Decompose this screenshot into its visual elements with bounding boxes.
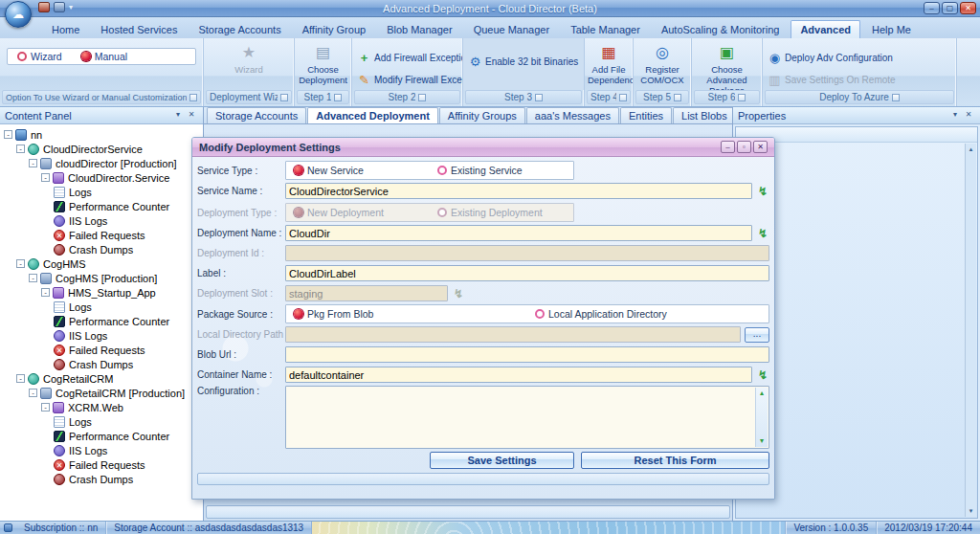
ribbon-option-manual[interactable]: Manual bbox=[81, 51, 127, 62]
ribbon-tab-hosted-services[interactable]: Hosted Services bbox=[91, 20, 187, 38]
scroll-up-icon[interactable]: ▴ bbox=[756, 388, 768, 399]
dialog-minimize-button[interactable]: – bbox=[721, 141, 735, 153]
enable-32-bit-binaries-button[interactable]: ⚙Enable 32 bit Binaries bbox=[466, 52, 580, 72]
tree-expander-icon[interactable]: - bbox=[29, 159, 37, 167]
tree-item-nn[interactable]: -nn bbox=[0, 127, 203, 142]
tree-item-clouddirectorservice[interactable]: -CloudDirectorService bbox=[0, 142, 203, 156]
tree-item-failed-requests[interactable]: ✕Failed Requests bbox=[0, 343, 203, 357]
document-tab-entities[interactable]: Entities bbox=[620, 107, 672, 123]
add-firewall-exception-button[interactable]: +Add Firewall Exception bbox=[355, 48, 462, 68]
tree-item-coghms[interactable]: -CogHMS bbox=[0, 256, 203, 271]
scroll-down-icon[interactable]: ▾ bbox=[966, 505, 976, 517]
textarea-scrollbar[interactable]: ▴▾ bbox=[755, 388, 768, 447]
browse-button[interactable]: ... bbox=[745, 327, 769, 343]
close-button[interactable]: ✕ bbox=[960, 2, 976, 14]
container-name-input[interactable] bbox=[285, 367, 752, 383]
maximize-button[interactable]: ▢ bbox=[942, 2, 958, 14]
qat-save-icon[interactable] bbox=[54, 2, 65, 12]
tree-item-crash-dumps[interactable]: Crash Dumps bbox=[0, 472, 203, 486]
ribbon-tab-help-me[interactable]: Help Me bbox=[862, 20, 921, 38]
label-input[interactable] bbox=[285, 265, 769, 281]
dialog-maximize-button[interactable]: ▫ bbox=[737, 141, 751, 153]
save-settings-on-remote-button[interactable]: ▥Save Settings On Remote bbox=[766, 70, 898, 90]
tree-expander-icon[interactable]: - bbox=[16, 374, 25, 383]
configuration-textarea[interactable]: ▴▾ bbox=[285, 386, 769, 449]
tree-item-clouddirector-production[interactable]: -cloudDirector [Production] bbox=[0, 156, 203, 170]
group-caption[interactable]: Step 2 bbox=[354, 90, 460, 104]
choose-deployment-button[interactable]: ▤Choose Deployment bbox=[298, 41, 348, 90]
dialog-close-button[interactable]: ✕ bbox=[753, 141, 768, 153]
tree-item-clouddirector-service[interactable]: -CloudDirector.Service bbox=[0, 170, 203, 185]
tree-item-hms-startup-app[interactable]: -HMS_Startup_App bbox=[0, 285, 203, 300]
app-orb-button[interactable]: ☁ bbox=[5, 1, 32, 28]
tree-item-iis-logs[interactable]: IIS Logs bbox=[0, 328, 203, 343]
document-tab-storage-accounts[interactable]: Storage Accounts bbox=[207, 107, 306, 123]
field-action-icon[interactable]: ↯ bbox=[756, 368, 769, 382]
close-panel-icon[interactable]: ✕ bbox=[185, 109, 198, 122]
group-caption[interactable]: Step 5 bbox=[635, 90, 689, 104]
group-caption[interactable]: Deploy To Azure bbox=[765, 90, 954, 104]
blob-url-input[interactable] bbox=[285, 346, 769, 363]
reset-this-form-button[interactable]: Reset This Form bbox=[581, 452, 769, 469]
new-service-radio[interactable]: New Service bbox=[286, 165, 430, 176]
ribbon-tab-affinity-group[interactable]: Affinity Group bbox=[293, 20, 375, 38]
modify-firewall-exception-button[interactable]: ✎Modify Firewall Exception bbox=[355, 70, 462, 90]
title-bar[interactable]: Advanced Deployment - Cloud Director (Be… bbox=[0, 0, 980, 17]
tree-item-failed-requests[interactable]: ✕Failed Requests bbox=[0, 228, 203, 242]
deploy-adv-configuration-button[interactable]: ◉Deploy Adv Configuration bbox=[766, 48, 895, 68]
group-caption[interactable]: Step 6 bbox=[694, 90, 760, 104]
add-file-dependencies-button[interactable]: ▦Add File Dependencies bbox=[588, 41, 630, 90]
document-tab-aaa-s-messages[interactable]: aaa's Messages bbox=[526, 107, 619, 123]
existing-service-radio[interactable]: Existing Service bbox=[430, 165, 573, 176]
tree-item-cogretailcrm[interactable]: -CogRetailCRM bbox=[0, 371, 203, 386]
tree-expander-icon[interactable]: - bbox=[4, 130, 12, 139]
tree-item-performance-counter[interactable]: Performance Counter bbox=[0, 199, 203, 213]
qat-window-icon[interactable] bbox=[38, 2, 50, 12]
pkg-from-blob-radio[interactable]: Pkg From Blob bbox=[286, 308, 527, 320]
ribbon-tab-queue-manager[interactable]: Queue Manager bbox=[464, 20, 560, 38]
close-panel-icon[interactable]: ✕ bbox=[962, 109, 975, 122]
dialog-titlebar[interactable]: Modify Deployment Settings – ▫ ✕ bbox=[192, 138, 774, 157]
tree-item-cogretailcrm-production[interactable]: -CogRetailCRM [Production] bbox=[0, 386, 203, 400]
group-caption[interactable]: Step 3 bbox=[465, 90, 582, 104]
dialog-launcher-icon[interactable] bbox=[334, 94, 342, 101]
deployment-name-input[interactable] bbox=[285, 225, 752, 241]
tree-item-crash-dumps[interactable]: Crash Dumps bbox=[0, 357, 203, 371]
dialog-launcher-icon[interactable] bbox=[619, 94, 627, 101]
tree-item-performance-counter[interactable]: Performance Counter bbox=[0, 314, 203, 328]
tree-item-iis-logs[interactable]: IIS Logs bbox=[0, 213, 203, 228]
ribbon-tab-blob-manager[interactable]: Blob Manager bbox=[377, 20, 462, 38]
dialog-launcher-icon[interactable] bbox=[189, 94, 197, 101]
ribbon-tab-home[interactable]: Home bbox=[42, 20, 89, 38]
tree-item-coghms-production[interactable]: -CogHMS [Production] bbox=[0, 271, 203, 285]
local-application-directory-radio[interactable]: Local Application Directory bbox=[527, 308, 768, 320]
dialog-launcher-icon[interactable] bbox=[674, 94, 681, 101]
tree-expander-icon[interactable]: - bbox=[41, 288, 50, 297]
tree-expander-icon[interactable]: - bbox=[29, 274, 37, 282]
tree-item-logs[interactable]: Logs bbox=[0, 300, 203, 314]
wizard-button[interactable]: ★Wizard bbox=[207, 41, 291, 90]
tree-item-failed-requests[interactable]: ✕Failed Requests bbox=[0, 457, 203, 472]
tree-expander-icon[interactable]: - bbox=[41, 173, 50, 182]
dialog-launcher-icon[interactable] bbox=[535, 94, 543, 101]
ribbon-tab-storage-accounts[interactable]: Storage Accounts bbox=[189, 20, 290, 38]
pin-icon[interactable]: ▾ bbox=[171, 109, 185, 122]
dialog-launcher-icon[interactable] bbox=[892, 94, 900, 101]
group-caption[interactable]: Option To Use Wizard or Manual Customiza… bbox=[2, 90, 201, 104]
vertical-scrollbar[interactable]: ▴ ▾ bbox=[965, 144, 976, 517]
scroll-down-icon[interactable]: ▾ bbox=[756, 435, 768, 447]
group-caption[interactable]: Deployment Wizard bbox=[206, 90, 292, 104]
tree-item-iis-logs[interactable]: IIS Logs bbox=[0, 443, 203, 457]
document-tab-affinity-groups[interactable]: Affinity Groups bbox=[439, 107, 525, 123]
ribbon-option-wizard[interactable]: Wizard bbox=[17, 51, 62, 62]
horizontal-scrollbar[interactable] bbox=[206, 505, 730, 519]
scroll-up-icon[interactable]: ▴ bbox=[966, 144, 976, 155]
tree-item-logs[interactable]: Logs bbox=[0, 414, 203, 429]
field-action-icon[interactable]: ↯ bbox=[756, 185, 769, 198]
ribbon-tab-advanced[interactable]: Advanced bbox=[791, 20, 860, 38]
ribbon-tab-autoscaling-monitoring[interactable]: AutoScaling & Monitoring bbox=[652, 20, 790, 38]
tree-expander-icon[interactable]: - bbox=[41, 403, 50, 412]
field-action-icon[interactable]: ↯ bbox=[756, 227, 769, 240]
group-caption[interactable]: Step 4 bbox=[587, 90, 631, 104]
qat-dropdown-icon[interactable]: ▾ bbox=[69, 3, 73, 11]
